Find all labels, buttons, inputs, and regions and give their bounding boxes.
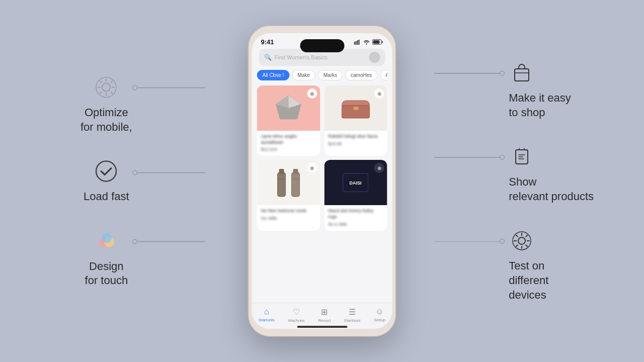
app-content: 🔍 Find Women's Basics All Cbse ! Make Ma…: [252, 49, 392, 231]
gear2-icon: [509, 228, 535, 254]
shop-label: Make it easy to shop: [509, 91, 571, 120]
svg-rect-14: [359, 40, 360, 45]
status-icons: [354, 39, 383, 45]
product-image-2: ⊕: [324, 85, 387, 131]
feature-load: Load fast: [80, 158, 132, 204]
svg-point-9: [518, 237, 525, 244]
connector-dot: [500, 71, 505, 76]
home-nav-icon: ⌂: [264, 307, 269, 316]
connector-dot: [500, 239, 505, 244]
product-name-1: Upne tehur aogbs auctalbeart: [261, 134, 316, 145]
feature-devices: Test on different devices: [509, 228, 594, 302]
pill-marks[interactable]: Marks: [318, 70, 343, 80]
nav-profile-label: Settup: [374, 318, 385, 322]
search-placeholder: Find Women's Basics: [275, 54, 366, 60]
svg-rect-11: [354, 42, 355, 45]
connector-line: [137, 172, 205, 173]
feature-optimize: Optimize for mobile,: [80, 74, 132, 134]
svg-point-15: [366, 43, 367, 44]
nav-profile[interactable]: ☺ Settup: [374, 307, 385, 323]
left-panel: Optimize for mobile, Load fast: [80, 74, 132, 288]
gear-icon: [93, 74, 119, 101]
nav-wishlist[interactable]: ♡ Wachnos: [288, 307, 305, 323]
product-price-1: $12.015: [261, 147, 316, 152]
phone-body: 9:41: [248, 25, 396, 337]
svg-rect-12: [356, 41, 357, 45]
product-info-4: Macd aist tnoory lodoy rngs do e Attle: [324, 205, 387, 230]
connector-line: [434, 157, 500, 158]
feature-design: Design for touch: [80, 228, 132, 288]
feature-products: Show relevant products: [509, 144, 594, 204]
search-icon: 🔍: [264, 54, 272, 61]
browse-nav-icon: ⊞: [321, 307, 328, 317]
product-price-3: Go stills: [261, 216, 316, 221]
products-label: Show relevant products: [509, 175, 594, 204]
right-panel: Make it easy to shop Show relevant produ…: [509, 60, 594, 302]
connector-dot: [132, 170, 137, 175]
bottom-nav: ⌂ Startunts ♡ Wachnos ⊞ Reoucl ☰ Starthu…: [252, 303, 392, 329]
pill-adbc[interactable]: Adbc: [380, 70, 387, 80]
svg-rect-17: [373, 40, 380, 44]
connector-line: [137, 241, 205, 242]
nav-orders[interactable]: ☰ Starthunt: [344, 307, 360, 323]
design-label: Design for touch: [85, 259, 128, 288]
svg-rect-27: [293, 169, 298, 174]
profile-nav-icon: ☺: [375, 307, 383, 316]
product-name-4: Macd aist tnoory lodoy rngs: [328, 208, 383, 220]
svg-rect-13: [357, 40, 358, 45]
connector-dot: [132, 239, 137, 244]
svg-rect-26: [291, 172, 299, 197]
bag-icon: [509, 60, 535, 86]
nav-browse-label: Reoucl: [318, 318, 331, 323]
product-card-1[interactable]: ⊕ Upne tehur aogbs auctalbeart $12.015: [257, 85, 320, 156]
pill-all[interactable]: All Cbse !: [257, 70, 290, 80]
user-avatar: [369, 52, 380, 63]
optimize-label: Optimize for mobile,: [80, 106, 132, 134]
wishlist-nav-icon: ♡: [293, 307, 300, 317]
pill-clothes[interactable]: camoHes: [345, 70, 377, 80]
status-time: 9:41: [261, 38, 274, 46]
devices-label: Test on different devices: [509, 259, 548, 302]
product-name-3: Ne hten loelocse nools: [261, 208, 316, 214]
feature-shop: Make it easy to shop: [509, 60, 594, 120]
nav-home-label: Startunts: [259, 318, 275, 322]
connector-dot: [500, 155, 505, 160]
svg-rect-23: [353, 107, 358, 110]
svg-point-0: [102, 83, 110, 92]
nav-wishlist-label: Wachnos: [288, 318, 305, 323]
product-name-2: Rabdof loliogt ebor llacia: [328, 134, 383, 140]
fav-btn-3[interactable]: ⊕: [307, 163, 317, 173]
orders-nav-icon: ☰: [349, 307, 356, 317]
product-image-1: ⊕: [257, 85, 320, 131]
phone-screen: 9:41: [252, 33, 392, 329]
product-card-2[interactable]: ⊕ Rabdof loliogt ebor llacia $10.05: [324, 85, 387, 156]
category-pills: All Cbse ! Make Marks camoHes Adbc: [257, 70, 387, 80]
product-info-3: Ne hten loelocse nools Go stills: [257, 205, 320, 225]
product-card-4[interactable]: DAISI ⊕ Macd aist tnoory lodoy rngs do e…: [324, 160, 387, 230]
connector-line: [434, 73, 500, 74]
home-indicator: [297, 326, 347, 328]
fav-btn-2[interactable]: ⊕: [374, 88, 384, 99]
fav-btn-4[interactable]: ⊕: [374, 163, 384, 173]
svg-rect-25: [279, 169, 284, 174]
nav-orders-label: Starthunt: [344, 318, 360, 323]
product-price-4: do e Attle: [328, 222, 383, 227]
connector-dot: [132, 85, 137, 90]
fav-btn-1[interactable]: ⊕: [307, 88, 317, 99]
product-info-2: Rabdof loliogt ebor llacia $10.05: [324, 131, 387, 150]
touch-icon: [93, 228, 119, 254]
svg-point-2: [96, 161, 116, 182]
pill-make[interactable]: Make: [292, 70, 315, 80]
product-card-3[interactable]: ⊕ Ne hten loelocse nools Go stills: [257, 160, 320, 230]
svg-rect-24: [277, 172, 285, 197]
checkmark-icon: [93, 158, 119, 185]
product-image-4: DAISI ⊕: [324, 160, 387, 205]
product-price-2: $10.05: [328, 141, 383, 146]
dynamic-island: [300, 39, 344, 52]
nav-home[interactable]: ⌂ Startunts: [259, 307, 275, 323]
tag-icon: [509, 144, 535, 170]
nav-browse[interactable]: ⊞ Reoucl: [318, 307, 331, 323]
product-image-3: ⊕: [257, 160, 320, 205]
svg-text:DAISI: DAISI: [350, 180, 362, 186]
phone-mockup: 9:41: [248, 25, 396, 337]
